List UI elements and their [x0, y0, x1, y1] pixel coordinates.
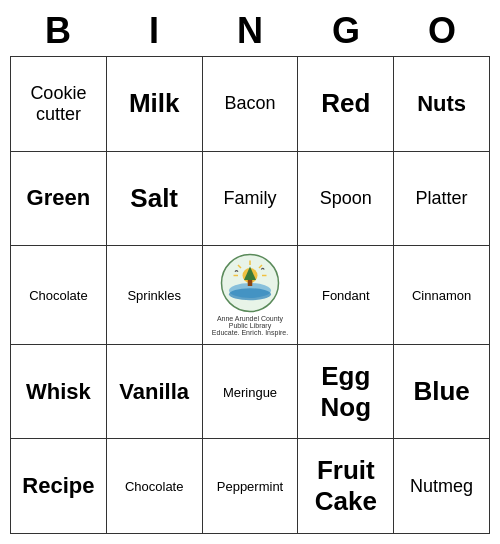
cell-text: Whisk	[26, 379, 91, 404]
cell-text: Chocolate	[125, 479, 184, 494]
cell-1-0: Green	[11, 151, 107, 246]
cell-text: Platter	[416, 188, 468, 208]
cell-text: Chocolate	[29, 288, 88, 303]
cell-4-3: FruitCake	[298, 439, 394, 534]
letter-i: I	[106, 10, 202, 52]
cell-3-0: Whisk	[11, 344, 107, 439]
table-row: Chocolate Sprinkles	[11, 246, 490, 345]
cell-3-1: Vanilla	[106, 344, 202, 439]
cell-2-3: Fondant	[298, 246, 394, 345]
cell-1-2: Family	[202, 151, 298, 246]
cell-text: Family	[223, 188, 276, 208]
cell-text: Cinnamon	[412, 288, 471, 303]
table-row: Recipe Chocolate Peppermint FruitCake Nu…	[11, 439, 490, 534]
cell-text: Milk	[129, 88, 180, 118]
library-name: Anne Arundel County Public Library Educa…	[207, 315, 294, 336]
cell-text: EggNog	[321, 361, 372, 422]
cell-text: Meringue	[223, 385, 277, 400]
table-row: Green Salt Family Spoon Platter	[11, 151, 490, 246]
library-logo-icon	[220, 253, 280, 313]
letter-b: B	[10, 10, 106, 52]
cell-1-1: Salt	[106, 151, 202, 246]
cell-text: Green	[27, 185, 91, 210]
library-logo-container: Anne Arundel County Public Library Educa…	[207, 253, 294, 336]
cell-4-1: Chocolate	[106, 439, 202, 534]
cell-free-space: Anne Arundel County Public Library Educa…	[202, 246, 298, 345]
cell-text: Nutmeg	[410, 476, 473, 496]
bingo-grid: Cookiecutter Milk Bacon Red Nuts Green S…	[10, 56, 490, 534]
cell-text: Peppermint	[217, 479, 283, 494]
cell-text: Fondant	[322, 288, 370, 303]
bingo-header: B I N G O	[10, 10, 490, 52]
svg-rect-10	[248, 280, 253, 286]
table-row: Whisk Vanilla Meringue EggNog Blue	[11, 344, 490, 439]
cell-text: Nuts	[417, 91, 466, 116]
cell-text: Vanilla	[119, 379, 189, 404]
cell-text: Bacon	[224, 93, 275, 113]
cell-2-4: Cinnamon	[394, 246, 490, 345]
svg-point-2	[229, 289, 271, 301]
cell-3-4: Blue	[394, 344, 490, 439]
cell-4-4: Nutmeg	[394, 439, 490, 534]
table-row: Cookiecutter Milk Bacon Red Nuts	[11, 57, 490, 152]
cell-1-3: Spoon	[298, 151, 394, 246]
cell-text: Salt	[130, 183, 178, 213]
cell-2-1: Sprinkles	[106, 246, 202, 345]
cell-3-3: EggNog	[298, 344, 394, 439]
cell-0-2: Bacon	[202, 57, 298, 152]
cell-text: FruitCake	[315, 455, 377, 516]
letter-g: G	[298, 10, 394, 52]
cell-0-0: Cookiecutter	[11, 57, 107, 152]
cell-0-4: Nuts	[394, 57, 490, 152]
cell-4-0: Recipe	[11, 439, 107, 534]
cell-text: Blue	[413, 376, 469, 406]
cell-3-2: Meringue	[202, 344, 298, 439]
cell-text: Spoon	[320, 188, 372, 208]
letter-o: O	[394, 10, 490, 52]
cell-text: Recipe	[22, 473, 94, 498]
cell-4-2: Peppermint	[202, 439, 298, 534]
cell-1-4: Platter	[394, 151, 490, 246]
cell-0-3: Red	[298, 57, 394, 152]
cell-text: Cookiecutter	[30, 83, 86, 124]
cell-2-0: Chocolate	[11, 246, 107, 345]
cell-0-1: Milk	[106, 57, 202, 152]
letter-n: N	[202, 10, 298, 52]
cell-text: Sprinkles	[127, 288, 180, 303]
cell-text: Red	[321, 88, 370, 118]
